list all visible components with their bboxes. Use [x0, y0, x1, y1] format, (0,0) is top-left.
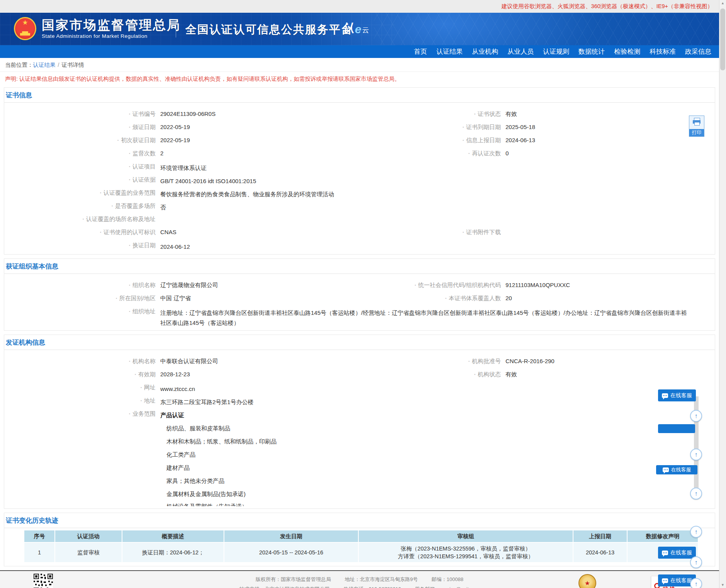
- footer-lines: 版权所有：国家市场监督管理总局 地址：北京市海淀区马甸东路9号 邮编：10008…: [0, 571, 719, 588]
- nav-item-home[interactable]: 首页: [409, 45, 432, 58]
- field-value: 2024-06-12: [156, 242, 692, 252]
- field-label: 证书附件下载: [369, 229, 501, 239]
- section-history: 证书变化历史轨迹 序号 认证活动 概要描述 发生日期 审核组 上报日期 数据修改…: [4, 513, 715, 566]
- print-button[interactable]: 打印: [689, 116, 704, 137]
- main-nav: 首页 认证结果 从业机构 从业人员 认证规则 数据统计 检验检测 科技标准 政采…: [0, 45, 719, 58]
- arrow-up-icon: ↑: [695, 413, 698, 420]
- nav-item-procurement[interactable]: 政采信息: [680, 45, 716, 58]
- online-service-button[interactable]: 在线客服: [658, 389, 696, 401]
- field-label: 机构名称: [4, 358, 156, 368]
- chat-icon: [662, 551, 668, 555]
- field-row: 认证覆盖的业务范围 餐饮服务经营者的热食类食品制售、物业服务所涉及的环境管理活动: [4, 186, 715, 199]
- field-value: CNCA-R-2016-290: [501, 358, 715, 368]
- field-value: 2022-05-19: [156, 137, 369, 147]
- field-row: 证书使用的认可标识 CNAS 证书附件下载: [4, 226, 715, 239]
- arrow-up-icon: ↑: [695, 559, 698, 566]
- nav-item-standards[interactable]: 科技标准: [645, 45, 680, 58]
- scope-item: 纺织品、服装和皮革制品: [156, 423, 692, 433]
- back-to-top-button[interactable]: ↑: [690, 556, 702, 568]
- breadcrumb-current: 证书详情: [62, 62, 84, 68]
- section-issuing-agency-info: 发证机构信息 机构名称 中泰联合认证有限公司 机构批准号 CNCA-R-2016…: [4, 335, 715, 509]
- back-to-top-button[interactable]: ↑: [690, 449, 702, 461]
- back-to-top-button[interactable]: ↑: [690, 410, 702, 422]
- chat-icon: [662, 393, 668, 398]
- back-to-top-button[interactable]: ↑: [690, 488, 702, 500]
- section-certificate-info: 证书信息 证书编号 29024E11309-06R0S 证书状态 有效 颁证日期…: [4, 87, 715, 255]
- field-label: 颁证日期: [4, 124, 156, 134]
- breadcrumb-prefix: 当前位置：: [5, 62, 33, 68]
- field-value: 注册地址：辽宁省盘锦市兴隆台区创新街道丰裕社区泰山路145号（客运站楼）/经营地…: [156, 308, 692, 328]
- table-row: 1 监督审核 换证日期：2024-06-12； 2024-05-15 -- 20…: [24, 542, 698, 563]
- field-row: 初次获证日期 2022-05-19 信息上报日期 2024-06-13: [4, 134, 715, 147]
- scope-item-row: 化工类产品: [4, 447, 715, 460]
- nav-item-agencies[interactable]: 从业机构: [467, 45, 503, 58]
- nav-item-statistics[interactable]: 数据统计: [574, 45, 609, 58]
- scrollbar-down-arrow[interactable]: [719, 583, 726, 587]
- field-value: 否: [156, 202, 692, 212]
- nav-item-rules[interactable]: 认证规则: [538, 45, 574, 58]
- scrollbar-up-arrow[interactable]: [719, 1, 726, 5]
- header-divider: [176, 20, 176, 37]
- back-to-top-button[interactable]: ↑: [690, 526, 702, 538]
- scope-item-row-clipped: 机械设备及零部件（告知承诺）: [4, 499, 715, 506]
- field-row: 网址 www.ztccc.cn: [4, 381, 715, 394]
- arrow-up-icon: ↑: [695, 490, 698, 497]
- cell-date: 2024-05-15 -- 2024-05-16: [224, 542, 358, 563]
- field-label-empty: [4, 450, 156, 460]
- scope-item-row: 木材和木制品；纸浆、纸和纸制品，印刷品: [4, 433, 715, 447]
- auditor-line: 张梅（2023-N1EMS-3225596，审核员，监督审核）: [360, 545, 571, 552]
- qr-code: [34, 574, 53, 588]
- nav-item-inspection[interactable]: 检验检测: [609, 45, 645, 58]
- online-service-bar[interactable]: [658, 424, 695, 433]
- field-row: 组织名称 辽宁德晟物业有限公司 统一社会信用代码/组织机构代码 91211103…: [4, 279, 715, 292]
- field-label: 信息上报日期: [369, 137, 501, 147]
- scope-item: 金属材料及金属制品(告知承诺): [156, 489, 692, 499]
- field-row: 组织地址 注册地址：辽宁省盘锦市兴隆台区创新街道丰裕社区泰山路145号（客运站楼…: [4, 305, 715, 328]
- field-label: 地址: [4, 397, 156, 407]
- section-title: 证书信息: [4, 88, 715, 103]
- scope-item-row: 家具；其他未分类产品: [4, 473, 715, 486]
- field-row: 所在国别/地区 中国 辽宁省 本证书体系覆盖人数 20: [4, 292, 715, 305]
- history-table: 序号 认证活动 概要描述 发生日期 审核组 上报日期 数据修改声明 1 监督审核…: [24, 530, 699, 563]
- national-emblem-icon: [14, 17, 36, 40]
- scrollbar[interactable]: [719, 0, 726, 588]
- field-label: 证书编号: [4, 110, 156, 121]
- footer-copyright: 版权所有：国家市场监督管理总局: [256, 576, 331, 582]
- nav-item-cert-results[interactable]: 认证结果: [432, 45, 467, 58]
- back-to-top-button[interactable]: ↑: [690, 578, 702, 588]
- field-value: 辽宁德晟物业有限公司: [156, 282, 369, 292]
- scrollbar-thumb[interactable]: [720, 8, 725, 70]
- field-row: 颁证日期 2022-05-19 证书到期日期 2025-05-18: [4, 121, 715, 134]
- browser-hint-text: 建议使用谷歌浏览器、火狐浏览器、360浏览器（极速模式）、IE9+（非兼容性视图…: [502, 0, 713, 13]
- footer-zip: 邮编：100088: [432, 576, 463, 582]
- field-label-empty: [4, 437, 156, 447]
- field-row: 监督次数 2 再认证次数 0: [4, 147, 715, 160]
- field-label-empty: [4, 423, 156, 433]
- field-row: 业务范围 产品认证: [4, 407, 715, 420]
- cell-seq: 1: [24, 542, 55, 563]
- field-value: GB/T 24001-2016 idt ISO14001:2015: [156, 176, 692, 186]
- chat-icon: [663, 467, 669, 472]
- field-label: 统一社会信用代码/组织机构代码: [369, 282, 501, 292]
- field-value: 2: [156, 150, 369, 160]
- nav-item-personnel[interactable]: 从业人员: [503, 45, 538, 58]
- field-value: 中泰联合认证有限公司: [156, 358, 369, 368]
- field-label: 组织名称: [4, 282, 156, 292]
- field-value: 2025-05-18: [501, 124, 715, 134]
- field-label-empty: [4, 476, 156, 486]
- col-seq: 序号: [24, 530, 55, 542]
- scope-item: 建材产品: [156, 463, 692, 473]
- field-value: 产品认证: [156, 410, 692, 420]
- page-content: 当前位置：认证结果/证书详情 声明: 认证结果信息由颁发证书的认证机构提供，数据…: [0, 58, 719, 588]
- online-service-button[interactable]: 在线客服: [656, 465, 697, 474]
- field-value: 餐饮服务经营者的热食类食品制售、物业服务所涉及的环境管理活动: [156, 189, 692, 199]
- field-label: 本证书体系覆盖人数: [369, 295, 501, 305]
- field-value: 中国 辽宁省: [156, 295, 369, 305]
- field-value: 0: [501, 150, 715, 160]
- scope-item-row: 金属材料及金属制品(告知承诺): [4, 486, 715, 499]
- field-value: CNAS: [156, 229, 369, 239]
- section-title: 发证机构信息: [4, 335, 715, 350]
- online-service-button[interactable]: 在线客服: [658, 547, 696, 559]
- field-value: 20: [501, 295, 715, 305]
- breadcrumb-link-results[interactable]: 认证结果: [33, 62, 56, 68]
